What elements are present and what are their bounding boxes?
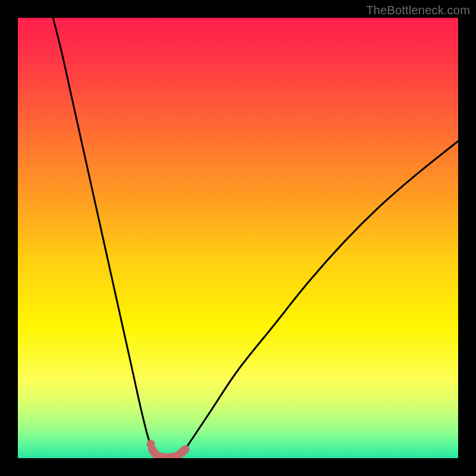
watermark-text: TheBottleneck.com bbox=[366, 4, 470, 17]
floor-marker-dot bbox=[146, 440, 155, 448]
gradient-background bbox=[18, 18, 458, 458]
plot-frame bbox=[18, 18, 458, 458]
bottleneck-plot bbox=[18, 18, 458, 458]
